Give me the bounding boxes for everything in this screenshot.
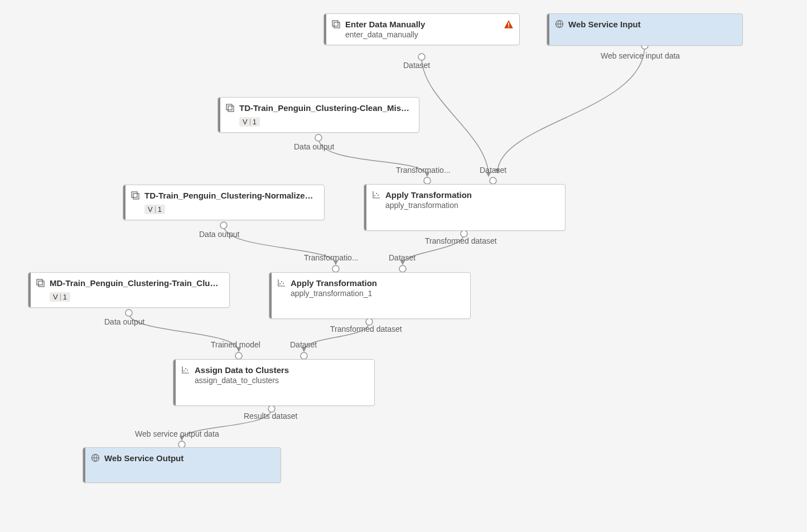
svg-rect-20 (226, 104, 232, 110)
node-subtitle: apply_transformation (385, 201, 557, 210)
node-subtitle: assign_data_to_clusters (195, 376, 366, 385)
version-number: 1 (63, 293, 67, 301)
svg-point-32 (183, 370, 185, 371)
svg-rect-25 (38, 281, 44, 287)
node-normalize[interactable]: TD-Train_Penguin_Clustering-Normalize_..… (123, 185, 325, 220)
svg-point-29 (279, 283, 281, 284)
port-label-dataset-2: Dataset (389, 253, 415, 262)
svg-point-30 (281, 281, 282, 282)
svg-rect-23 (133, 194, 139, 199)
globe-icon (91, 453, 100, 462)
svg-rect-21 (228, 106, 234, 112)
svg-point-34 (187, 370, 188, 371)
node-title: Enter Data Manually (345, 20, 511, 29)
svg-point-9 (399, 265, 406, 272)
node-title: Apply Transformation (385, 190, 557, 200)
svg-point-28 (378, 195, 379, 196)
port-label-transformation-2: Transformatio... (304, 253, 359, 262)
node-clean-missing[interactable]: TD-Train_Penguin_Clustering-Clean_Miss..… (218, 97, 419, 133)
scatter-icon (372, 190, 381, 199)
node-title: MD-Train_Penguin_Clustering-Train_Clus..… (50, 278, 221, 288)
dataset-icon (36, 278, 45, 287)
node-web-service-input[interactable]: Web Service Input (547, 13, 743, 46)
version-letter: V (148, 205, 153, 214)
node-title: TD-Train_Penguin_Clustering-Clean_Miss..… (239, 103, 411, 113)
version-badge: V 1 (50, 292, 70, 302)
port-label-data-output-1: Data output (294, 142, 334, 151)
node-web-service-output[interactable]: Web Service Output (83, 447, 281, 483)
dataset-icon (226, 103, 235, 112)
port-label-dataset-3: Dataset (290, 340, 317, 349)
svg-point-0 (418, 54, 425, 60)
node-title: Assign Data to Clusters (195, 365, 366, 375)
svg-point-2 (315, 134, 322, 141)
node-train-cluster[interactable]: MD-Train_Penguin_Clustering-Train_Clus..… (28, 272, 230, 308)
port-label-dataset-1: Dataset (480, 166, 506, 175)
svg-point-6 (490, 177, 496, 184)
node-apply-transformation-2[interactable]: Apply Transformation apply_transformatio… (269, 272, 471, 319)
svg-point-26 (374, 195, 375, 196)
node-subtitle: enter_data_manually (345, 30, 511, 39)
svg-point-8 (332, 265, 339, 272)
svg-point-4 (125, 309, 132, 316)
node-enter-data-manually[interactable]: Enter Data Manually enter_data_manually (323, 13, 520, 45)
version-letter: V (53, 293, 58, 301)
svg-point-31 (283, 283, 284, 284)
port-label-data-output-2: Data output (199, 230, 239, 239)
node-subtitle: apply_transformation_1 (291, 289, 462, 298)
svg-rect-18 (508, 26, 509, 27)
node-apply-transformation-1[interactable]: Apply Transformation apply_transformatio… (364, 184, 566, 231)
node-title: Web Service Output (104, 453, 273, 463)
svg-rect-16 (334, 22, 340, 28)
version-badge: V 1 (144, 205, 165, 214)
port-label-trained-model: Trained model (211, 340, 260, 349)
port-label-transformed-1: Transformed dataset (425, 236, 497, 245)
svg-point-33 (185, 368, 186, 369)
node-title: Apply Transformation (291, 278, 462, 288)
svg-point-12 (301, 352, 307, 359)
port-label-data-output-3: Data output (104, 317, 144, 326)
port-label-transformation-1: Transformatio... (396, 166, 451, 175)
scatter-icon (277, 278, 286, 287)
svg-rect-15 (332, 21, 338, 26)
svg-rect-24 (37, 279, 42, 285)
globe-icon (555, 20, 564, 28)
svg-rect-22 (132, 192, 137, 197)
node-title: Web Service Input (568, 20, 734, 29)
svg-point-27 (376, 193, 377, 194)
warning-icon (504, 20, 514, 31)
version-number: 1 (253, 118, 257, 126)
port-label-dataset: Dataset (403, 61, 430, 70)
port-label-web-output: Web service output data (135, 429, 219, 438)
dataset-icon (131, 191, 140, 200)
version-number: 1 (158, 205, 162, 214)
scatter-icon (181, 365, 190, 374)
version-letter: V (243, 118, 248, 126)
data-icon (332, 20, 341, 28)
port-label-results: Results dataset (244, 412, 298, 420)
svg-point-5 (424, 177, 431, 184)
node-title: TD-Train_Penguin_Clustering-Normalize_..… (144, 191, 316, 200)
svg-rect-17 (508, 23, 509, 26)
port-label-web-input: Web service input data (601, 51, 680, 60)
version-badge: V 1 (239, 117, 260, 127)
port-label-transformed-2: Transformed dataset (330, 325, 402, 333)
svg-point-3 (220, 222, 227, 229)
svg-point-11 (235, 352, 242, 359)
node-assign-clusters[interactable]: Assign Data to Clusters assign_data_to_c… (173, 359, 375, 406)
